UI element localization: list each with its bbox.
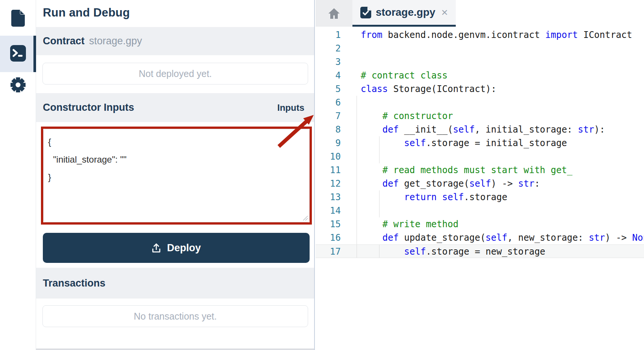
code-line-7[interactable]: 7 # constructor bbox=[316, 109, 644, 123]
code-line-14[interactable]: 14 bbox=[316, 204, 644, 217]
code-line-text bbox=[341, 55, 361, 69]
transactions-empty-text: No transactions yet. bbox=[134, 311, 217, 322]
sidebar-item-settings[interactable] bbox=[0, 73, 36, 98]
line-number: 5 bbox=[316, 82, 341, 96]
tab-storage-gpy[interactable]: storage.gpy × bbox=[352, 0, 456, 27]
indent-guide bbox=[357, 109, 357, 123]
run-debug-panel: Run and Debug Contract storage.gpy Not d… bbox=[36, 0, 315, 350]
code-line-10[interactable]: 10 bbox=[316, 150, 644, 163]
line-number: 2 bbox=[316, 42, 341, 55]
transactions-section-header: Transactions bbox=[36, 268, 314, 299]
code-line-text bbox=[341, 42, 361, 55]
line-number: 4 bbox=[316, 69, 341, 82]
line-number: 8 bbox=[316, 123, 341, 136]
code-line-text bbox=[341, 204, 361, 217]
code-line-11[interactable]: 11 # read methods must start with get_ bbox=[316, 163, 644, 177]
indent-guide bbox=[357, 163, 357, 177]
code-line-text: def __init__(self, initial_storage: str)… bbox=[341, 123, 605, 136]
line-number: 16 bbox=[316, 231, 341, 244]
code-line-text: self.storage = new_storage bbox=[341, 245, 545, 258]
deployment-status-text: Not deployed yet. bbox=[139, 68, 212, 79]
indent-guide bbox=[357, 123, 357, 136]
document-icon bbox=[10, 9, 26, 29]
code-line-17[interactable]: 17 self.storage = new_storage bbox=[316, 244, 644, 258]
indent-guide bbox=[379, 204, 379, 217]
code-line-text bbox=[341, 150, 361, 163]
deployment-status-box: Not deployed yet. bbox=[42, 63, 308, 84]
code-line-1[interactable]: 1from backend.node.genvm.icontract impor… bbox=[316, 28, 644, 42]
indent-guide bbox=[357, 245, 357, 258]
code-line-13[interactable]: 13 return self.storage bbox=[316, 190, 644, 204]
contract-label: Contract bbox=[43, 35, 85, 47]
constructor-section-header: Constructor Inputs Inputs bbox=[36, 93, 314, 122]
editor-tab-bar: storage.gpy × bbox=[316, 0, 644, 27]
indent-guide bbox=[379, 150, 379, 163]
indent-guide bbox=[357, 177, 357, 190]
code-line-15[interactable]: 15 # write method bbox=[316, 217, 644, 231]
line-number: 7 bbox=[316, 109, 341, 123]
line-number: 6 bbox=[316, 96, 341, 109]
line-number: 3 bbox=[316, 55, 341, 69]
code-line-6[interactable]: 6 bbox=[316, 96, 644, 109]
sidebar-item-run-debug[interactable] bbox=[0, 36, 36, 72]
code-line-4[interactable]: 4# contract class bbox=[316, 69, 644, 82]
code-line-text: # constructor bbox=[341, 109, 453, 123]
line-number: 17 bbox=[316, 245, 341, 258]
code-line-16[interactable]: 16 def update_storage(self, new_storage:… bbox=[316, 231, 644, 244]
tab-home[interactable] bbox=[316, 0, 352, 27]
contract-filename: storage.gpy bbox=[89, 35, 142, 47]
code-line-5[interactable]: 5class Storage(IContract): bbox=[316, 82, 644, 96]
code-line-text: class Storage(IContract): bbox=[341, 82, 496, 96]
code-line-text: def get_storage(self) -> str: bbox=[341, 177, 540, 190]
indent-guide bbox=[379, 190, 379, 204]
code-line-12[interactable]: 12 def get_storage(self) -> str: bbox=[316, 177, 644, 190]
contract-section-header: Contract storage.gpy bbox=[36, 27, 314, 55]
line-number: 12 bbox=[316, 177, 341, 190]
tab-label: storage.gpy bbox=[376, 6, 435, 18]
code-line-text: return self.storage bbox=[341, 190, 507, 204]
code-line-text: # read methods must start with get_ bbox=[341, 163, 573, 177]
code-line-text: def update_storage(self, new_storage: st… bbox=[341, 231, 644, 244]
close-icon[interactable]: × bbox=[441, 7, 448, 18]
indent-guide bbox=[357, 136, 357, 150]
code-line-text: from backend.node.genvm.icontract import… bbox=[341, 28, 632, 42]
code-line-8[interactable]: 8 def __init__(self, initial_storage: st… bbox=[316, 123, 644, 136]
line-number: 10 bbox=[316, 150, 341, 163]
inputs-badge: Inputs bbox=[277, 103, 304, 113]
deploy-button[interactable]: Deploy bbox=[43, 233, 310, 263]
indent-guide bbox=[357, 190, 357, 204]
code-lines: 1from backend.node.genvm.icontract impor… bbox=[316, 27, 644, 258]
icon-sidebar bbox=[0, 0, 36, 350]
indent-guide bbox=[357, 96, 357, 109]
indent-guide bbox=[379, 245, 379, 258]
page-title: Run and Debug bbox=[43, 6, 130, 20]
indent-guide bbox=[379, 136, 379, 150]
constructor-json-input[interactable] bbox=[44, 129, 309, 222]
constructor-inputs-annotated-region bbox=[41, 127, 312, 225]
code-line-3[interactable]: 3 bbox=[316, 55, 644, 69]
line-number: 14 bbox=[316, 204, 341, 217]
code-line-9[interactable]: 9 self.storage = initial_storage bbox=[316, 136, 644, 150]
home-icon bbox=[328, 8, 340, 20]
line-number: 13 bbox=[316, 190, 341, 204]
upload-icon bbox=[151, 242, 161, 253]
gear-icon bbox=[9, 76, 27, 95]
sidebar-item-files[interactable] bbox=[0, 3, 36, 35]
code-line-text bbox=[341, 96, 361, 109]
line-number: 15 bbox=[316, 217, 341, 231]
transactions-label: Transactions bbox=[43, 278, 106, 289]
deploy-button-label: Deploy bbox=[167, 242, 201, 254]
indent-guide bbox=[357, 150, 357, 163]
indent-guide bbox=[357, 204, 357, 217]
code-line-text: self.storage = initial_storage bbox=[341, 136, 567, 150]
code-line-text: # write method bbox=[341, 217, 458, 231]
code-line-2[interactable]: 2 bbox=[316, 42, 644, 55]
indent-guide bbox=[357, 217, 357, 231]
code-line-text: # contract class bbox=[341, 69, 447, 82]
constructor-inputs-label: Constructor Inputs bbox=[43, 102, 134, 113]
code-editor: storage.gpy × 1from backend.node.genvm.i… bbox=[316, 0, 644, 350]
line-number: 11 bbox=[316, 163, 341, 177]
line-number: 1 bbox=[316, 28, 341, 42]
horizontal-scrollbar[interactable] bbox=[36, 348, 314, 350]
line-number: 9 bbox=[316, 136, 341, 150]
